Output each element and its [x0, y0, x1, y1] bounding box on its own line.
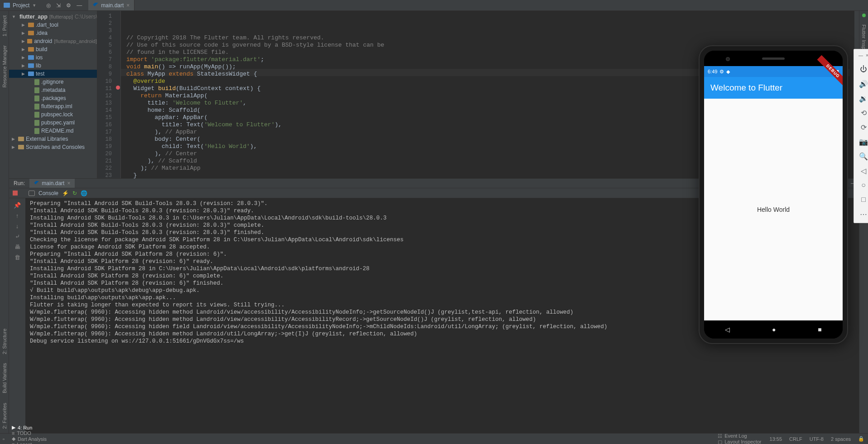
hide-icon[interactable]: — — [77, 2, 82, 9]
tree-item-lib[interactable]: ▶ lib — [9, 62, 97, 70]
pin-icon[interactable]: 📌 — [14, 202, 21, 209]
tool-eventlog[interactable]: ☷ Event Log — [713, 433, 766, 439]
lock-icon[interactable]: 🔒 — [854, 436, 868, 442]
minimize-window-icon[interactable]: — — [858, 53, 863, 58]
indent[interactable]: 2 spaces — [827, 436, 854, 442]
close-window-icon[interactable]: × — [866, 53, 868, 58]
folder-icon — [28, 63, 34, 68]
home-button[interactable]: ● — [772, 326, 776, 333]
left-rail-top: 1: ProjectResource Manager — [2, 11, 7, 92]
hot-reload-button[interactable]: ⚡ — [62, 190, 69, 196]
app-body: Hello World — [704, 99, 843, 320]
power-button[interactable]: ⏻ — [855, 62, 868, 76]
tree-root[interactable]: ▼ flutter_app [flutterapp] C:\Users\Juli — [9, 13, 97, 21]
body-text: Hello World — [757, 206, 790, 213]
folder-icon — [28, 72, 34, 76]
dart-icon: ◆ — [12, 436, 15, 442]
caret-position: 13:55 — [766, 436, 786, 442]
volume-up-button[interactable]: 🔊 — [855, 77, 868, 91]
tree-item--idea[interactable]: ▶ .idea — [9, 29, 97, 37]
tree-item--gitignore[interactable]: .gitignore — [9, 78, 97, 86]
console-side-toolbar: 📌 ↑ ↓ ⤶ 🖶 🗑 — [9, 198, 25, 433]
rail-2-structure[interactable]: 2: Structure — [2, 324, 7, 359]
home-nav-button[interactable]: ○ — [855, 178, 868, 192]
rail-build-variants[interactable]: Build Variants — [2, 358, 7, 398]
tool-logcat[interactable]: ≡ Logcat — [7, 442, 51, 444]
soft-wrap-icon[interactable]: ⤶ — [15, 233, 20, 240]
breakpoint-gutter[interactable] — [115, 11, 121, 178]
tool-todo[interactable]: ≡ TODO — [7, 430, 51, 436]
project-tree: ▼ flutter_app [flutterapp] C:\Users\Juli… — [9, 11, 97, 153]
down-icon[interactable]: ↓ — [16, 223, 19, 229]
library-icon — [18, 145, 24, 149]
project-dropdown[interactable]: Project ▼ — [0, 0, 40, 10]
rail-1-project[interactable]: 1: Project — [2, 11, 7, 41]
left-rail: 1: ProjectResource Manager 2: StructureB… — [0, 11, 9, 433]
tree-item--metadata[interactable]: .metadata — [9, 86, 97, 94]
tree-item-build[interactable]: ▶ build — [9, 45, 97, 53]
gear-icon[interactable]: ⚙ — [66, 2, 71, 9]
close-icon[interactable]: × — [126, 2, 129, 9]
recents-button[interactable]: ■ — [818, 326, 821, 333]
back-button[interactable]: ◁ — [725, 326, 730, 333]
bl-square-icon[interactable]: ▫ — [0, 436, 7, 442]
tree-item-README-md[interactable]: README.md — [9, 127, 97, 135]
android-status-bar: 6:49 ⚙ ◆ ▾ ▮ — [704, 66, 843, 77]
rotate-left-button[interactable]: ⟲ — [855, 106, 868, 119]
tool-dart[interactable]: ◆ Dart Analysis — [7, 436, 51, 442]
tree-item--dart_tool[interactable]: ▶ .dart_tool — [9, 21, 97, 29]
rail-resource-manager[interactable]: Resource Manager — [2, 41, 7, 92]
folder-icon — [28, 31, 34, 35]
tree-item-android[interactable]: ▶ android [flutterapp_android] — [9, 37, 97, 45]
hot-restart-button[interactable]: ↻ — [72, 190, 77, 196]
tree-external-libraries[interactable]: ▶ External Libraries — [9, 135, 97, 143]
breakpoint-icon[interactable] — [116, 86, 120, 90]
overview-nav-button[interactable]: □ — [855, 193, 868, 206]
emulator-screen[interactable]: 6:49 ⚙ ◆ ▾ ▮ DEBUG Welcome to Flutter He… — [704, 66, 843, 320]
close-icon[interactable]: × — [67, 180, 70, 186]
logcat-icon: ≡ — [12, 442, 14, 444]
tree-item-ios[interactable]: ▶ ios — [9, 53, 97, 62]
tool-layoutinsp[interactable]: ▢ Layout Inspector — [713, 439, 766, 444]
tree-item--packages[interactable]: .packages — [9, 94, 97, 102]
stop-button[interactable] — [13, 191, 18, 196]
top-toolbar: Project ▼ ◎ ⇲ ⚙ — main.dart × — [0, 0, 868, 11]
status-dot-icon — [862, 14, 866, 17]
collapse-icon[interactable]: ⇲ — [56, 2, 61, 9]
tool-run[interactable]: ▶ 4: Run — [7, 425, 51, 430]
up-icon[interactable]: ↑ — [16, 212, 19, 219]
clear-icon[interactable]: 🗑 — [14, 254, 20, 261]
file-icon — [34, 104, 39, 110]
zoom-button[interactable]: 🔍 — [855, 149, 868, 163]
line-ending[interactable]: CRLF — [786, 436, 806, 442]
run-icon: ▶ — [12, 425, 15, 430]
more-button[interactable]: ⋯ — [855, 207, 868, 221]
screenshot-button[interactable]: 📷 — [855, 135, 868, 148]
folder-icon — [4, 3, 10, 8]
file-icon — [34, 128, 39, 134]
back-nav-button[interactable]: ◁ — [855, 164, 868, 177]
folder-icon — [28, 47, 34, 52]
tree-item-pubspec-yaml[interactable]: pubspec.yaml — [9, 119, 97, 127]
android-emulator: 6:49 ⚙ ◆ ▾ ▮ DEBUG Welcome to Flutter He… — [699, 45, 848, 344]
project-label: Project — [13, 2, 29, 9]
editor-tabs: main.dart × — [88, 0, 134, 10]
file-icon — [34, 112, 39, 118]
target-icon[interactable]: ◎ — [46, 2, 51, 9]
tree-scratches[interactable]: ▶ Scratches and Consoles — [9, 143, 97, 151]
volume-down-button[interactable]: 🔉 — [855, 91, 868, 105]
rail-2-favorites[interactable]: 2: Favorites — [2, 398, 7, 433]
android-nav-bar: ◁ ● ■ — [704, 320, 843, 339]
tree-item-test[interactable]: ▶ test — [9, 70, 97, 78]
flutter-icon — [34, 181, 39, 186]
encoding[interactable]: UTF-8 — [806, 436, 827, 442]
file-icon — [34, 79, 39, 85]
rotate-right-button[interactable]: ⟳ — [855, 120, 868, 134]
tree-item-pubspec-lock[interactable]: pubspec.lock — [9, 110, 97, 119]
tree-item-flutterapp-iml[interactable]: flutterapp.iml — [9, 102, 97, 110]
tab-main-dart[interactable]: main.dart × — [88, 0, 134, 10]
print-icon[interactable]: 🖶 — [14, 243, 20, 250]
open-devtools-button[interactable]: 🌐 — [81, 190, 87, 196]
run-tab[interactable]: main.dart × — [29, 179, 75, 188]
status-time: 6:49 — [708, 69, 717, 74]
